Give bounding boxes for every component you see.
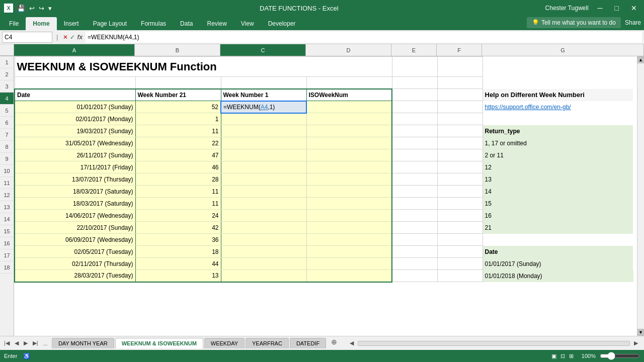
tab-developer[interactable]: Developer bbox=[261, 17, 303, 30]
row-num-2[interactable]: 2 bbox=[0, 68, 14, 80]
cell-C11[interactable] bbox=[221, 186, 306, 198]
undo-button[interactable]: ↩ bbox=[28, 4, 36, 13]
tab-page-layout[interactable]: Page Layout bbox=[86, 17, 134, 30]
cell-C14[interactable] bbox=[221, 222, 306, 234]
cell-D11[interactable] bbox=[306, 186, 392, 198]
cell-B2[interactable] bbox=[135, 77, 221, 89]
tab-formulas[interactable]: Formulas bbox=[134, 17, 173, 30]
cell-F11[interactable] bbox=[437, 186, 482, 198]
row-num-9[interactable]: 9 bbox=[0, 153, 14, 165]
cell-C2[interactable] bbox=[221, 77, 306, 89]
close-button[interactable]: ✕ bbox=[628, 3, 640, 13]
cell-E9[interactable] bbox=[392, 161, 437, 173]
minimize-button[interactable]: ─ bbox=[595, 3, 606, 13]
cell-A9[interactable]: 17/11/2017 (Friday) bbox=[15, 161, 135, 173]
zoom-slider[interactable] bbox=[600, 353, 640, 359]
cell-F17[interactable] bbox=[437, 258, 482, 270]
cell-D16[interactable] bbox=[306, 246, 392, 258]
cell-B4[interactable]: 52 bbox=[135, 101, 221, 113]
cell-E5[interactable] bbox=[392, 113, 437, 125]
cell-E18[interactable] bbox=[392, 270, 437, 282]
cell-D15[interactable] bbox=[306, 234, 392, 246]
cell-A6[interactable]: 19/03/2017 (Sunday) bbox=[15, 125, 135, 137]
row-num-12[interactable]: 12 bbox=[0, 189, 14, 201]
cell-G17[interactable]: 01/01/2017 (Sunday) bbox=[482, 258, 633, 270]
cell-F1[interactable] bbox=[437, 57, 482, 77]
cell-B8[interactable]: 47 bbox=[135, 149, 221, 161]
next-sheet-button[interactable]: ▶ bbox=[22, 339, 30, 347]
sheet-tab-yearfrac[interactable]: YEARFRAC bbox=[246, 338, 289, 348]
cell-A12[interactable]: 18/03/2017 (Saturday) bbox=[15, 198, 135, 210]
cell-E8[interactable] bbox=[392, 149, 437, 161]
cell-G9[interactable]: 12 bbox=[482, 161, 633, 173]
row-num-5[interactable]: 5 bbox=[0, 105, 14, 117]
cell-D4[interactable] bbox=[306, 101, 392, 113]
cell-C6[interactable] bbox=[221, 125, 306, 137]
cell-A5[interactable]: 02/01/2017 (Monday) bbox=[15, 113, 135, 125]
cell-A14[interactable]: 22/10/2017 (Sunday) bbox=[15, 222, 135, 234]
cancel-icon[interactable]: ✕ bbox=[63, 34, 68, 41]
cell-C4[interactable]: =WEEKNUM(A4,1) bbox=[221, 101, 306, 113]
confirm-icon[interactable]: ✓ bbox=[70, 34, 75, 41]
tab-view[interactable]: View bbox=[234, 17, 261, 30]
cell-E17[interactable] bbox=[392, 258, 437, 270]
cell-D14[interactable] bbox=[306, 222, 392, 234]
cell-E11[interactable] bbox=[392, 186, 437, 198]
cell-B7[interactable]: 22 bbox=[135, 137, 221, 149]
row-num-1[interactable]: 1 bbox=[0, 56, 14, 68]
row-num-17[interactable]: 17 bbox=[0, 249, 14, 261]
cell-C17[interactable] bbox=[221, 258, 306, 270]
cell-B11[interactable]: 11 bbox=[135, 186, 221, 198]
cell-F3[interactable] bbox=[437, 89, 482, 101]
cell-E4[interactable] bbox=[392, 101, 437, 113]
page-break-view-button[interactable]: ⊞ bbox=[569, 353, 574, 359]
row-num-15[interactable]: 15 bbox=[0, 225, 14, 237]
tab-file[interactable]: File bbox=[2, 17, 26, 30]
cell-D3[interactable]: ISOWeekNum bbox=[306, 89, 392, 101]
cell-B5[interactable]: 1 bbox=[135, 113, 221, 125]
cell-A2[interactable] bbox=[15, 77, 135, 89]
cell-B17[interactable]: 44 bbox=[135, 258, 221, 270]
cell-B3[interactable]: Week Number 21 bbox=[135, 89, 221, 101]
cell-D17[interactable] bbox=[306, 258, 392, 270]
cell-G18[interactable]: 01/01/2018 (Monday) bbox=[482, 270, 633, 282]
cell-C18[interactable] bbox=[221, 270, 306, 282]
col-header-C[interactable]: C bbox=[220, 44, 306, 56]
cell-G3[interactable]: Help on Different Week Numberi bbox=[482, 89, 633, 101]
cell-C5[interactable] bbox=[221, 113, 306, 125]
horizontal-scroll-area[interactable]: ◀ ▶ bbox=[344, 340, 644, 346]
cell-A7[interactable]: 31/05/2017 (Wednesday) bbox=[15, 137, 135, 149]
cell-E10[interactable] bbox=[392, 173, 437, 186]
cell-D12[interactable] bbox=[306, 198, 392, 210]
cell-G8[interactable]: 2 or 11 bbox=[482, 149, 633, 161]
col-header-G[interactable]: G bbox=[482, 44, 644, 56]
cell-G15[interactable] bbox=[482, 234, 633, 246]
cell-C9[interactable] bbox=[221, 161, 306, 173]
cell-F2[interactable] bbox=[437, 77, 482, 89]
cell-B16[interactable]: 18 bbox=[135, 246, 221, 258]
cell-E14[interactable] bbox=[392, 222, 437, 234]
maximize-button[interactable]: □ bbox=[612, 3, 622, 13]
cell-G6[interactable]: Return_type bbox=[482, 125, 633, 137]
row-num-16[interactable]: 16 bbox=[0, 237, 14, 249]
cell-E12[interactable] bbox=[392, 198, 437, 210]
cell-E1[interactable] bbox=[392, 57, 437, 77]
scroll-right-button[interactable]: ▶ bbox=[632, 340, 640, 346]
cell-A3[interactable]: Date bbox=[15, 89, 135, 101]
cell-G10[interactable]: 13 bbox=[482, 173, 633, 186]
cell-F12[interactable] bbox=[437, 198, 482, 210]
cell-E7[interactable] bbox=[392, 137, 437, 149]
cell-A1[interactable]: WEEKNUM & ISOWEEKNUM Function bbox=[15, 57, 392, 77]
cell-B12[interactable]: 11 bbox=[135, 198, 221, 210]
cell-D10[interactable] bbox=[306, 173, 392, 186]
row-num-3[interactable]: 3 bbox=[0, 80, 14, 93]
cell-E2[interactable] bbox=[392, 77, 437, 89]
col-header-B[interactable]: B bbox=[135, 44, 220, 56]
sheet-tab-datedif[interactable]: DATEDIF bbox=[290, 338, 326, 348]
row-num-8[interactable]: 8 bbox=[0, 141, 14, 153]
cell-F4[interactable] bbox=[437, 101, 482, 113]
cell-F18[interactable] bbox=[437, 270, 482, 282]
cell-B14[interactable]: 42 bbox=[135, 222, 221, 234]
col-header-A[interactable]: A bbox=[14, 44, 135, 56]
cell-B15[interactable]: 36 bbox=[135, 234, 221, 246]
